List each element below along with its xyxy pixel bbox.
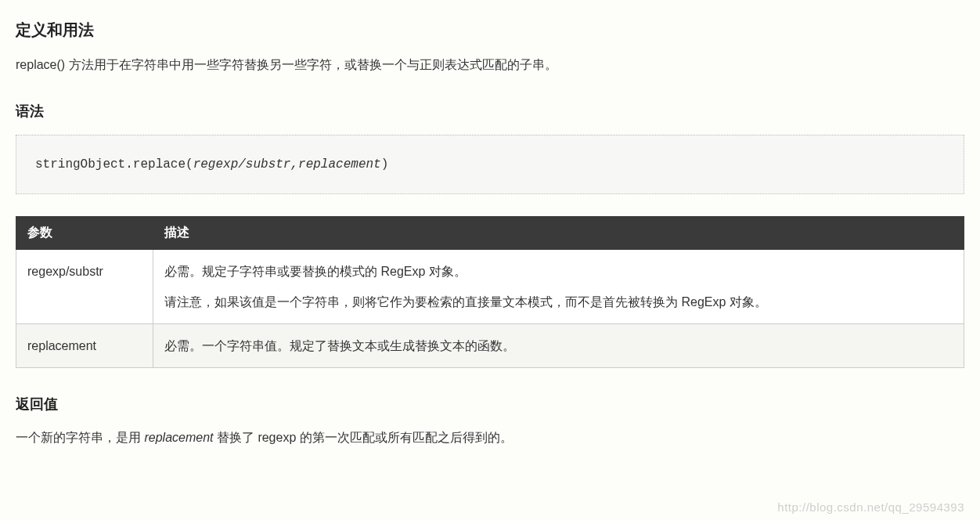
- table-row: regexp/substr 必需。规定子字符串或要替换的模式的 RegExp 对…: [16, 249, 964, 323]
- desc-line: 必需。一个字符串值。规定了替换文本或生成替换文本的函数。: [164, 335, 953, 356]
- code-prefix: stringObject.replace(: [35, 157, 193, 172]
- table-row: replacement 必需。一个字符串值。规定了替换文本或生成替换文本的函数。: [16, 323, 964, 367]
- cell-desc: 必需。规定子字符串或要替换的模式的 RegExp 对象。 请注意，如果该值是一个…: [153, 249, 964, 323]
- desc-line: 必需。规定子字符串或要替换的模式的 RegExp 对象。: [164, 261, 953, 282]
- cell-desc: 必需。一个字符串值。规定了替换文本或生成替换文本的函数。: [153, 323, 964, 367]
- params-table: 参数 描述 regexp/substr 必需。规定子字符串或要替换的模式的 Re…: [16, 216, 964, 369]
- code-suffix: ): [381, 157, 389, 172]
- cell-param: replacement: [16, 323, 153, 367]
- return-post: 替换了 regexp 的第一次匹配或所有匹配之后得到的。: [214, 431, 513, 444]
- return-description: 一个新的字符串，是用 replacement 替换了 regexp 的第一次匹配…: [16, 428, 964, 448]
- heading-syntax: 语法: [16, 102, 964, 121]
- definition-description: replace() 方法用于在字符串中用一些字符替换另一些字符，或替换一个与正则…: [16, 55, 964, 75]
- desc-line: 请注意，如果该值是一个字符串，则将它作为要检索的直接量文本模式，而不是首先被转换…: [164, 291, 953, 312]
- return-pre: 一个新的字符串，是用: [16, 431, 144, 444]
- header-param: 参数: [16, 216, 153, 249]
- heading-return-value: 返回值: [16, 395, 964, 413]
- header-desc: 描述: [153, 216, 964, 249]
- syntax-code-block: stringObject.replace(regexp/substr,repla…: [16, 135, 964, 194]
- return-italic: replacement: [144, 431, 213, 444]
- code-args: regexp/substr,replacement: [193, 157, 381, 172]
- cell-param: regexp/substr: [16, 249, 153, 323]
- watermark-text: http://blog.csdn.net/qq_29594393: [777, 500, 964, 514]
- table-header-row: 参数 描述: [16, 216, 964, 249]
- heading-definition: 定义和用法: [16, 20, 964, 41]
